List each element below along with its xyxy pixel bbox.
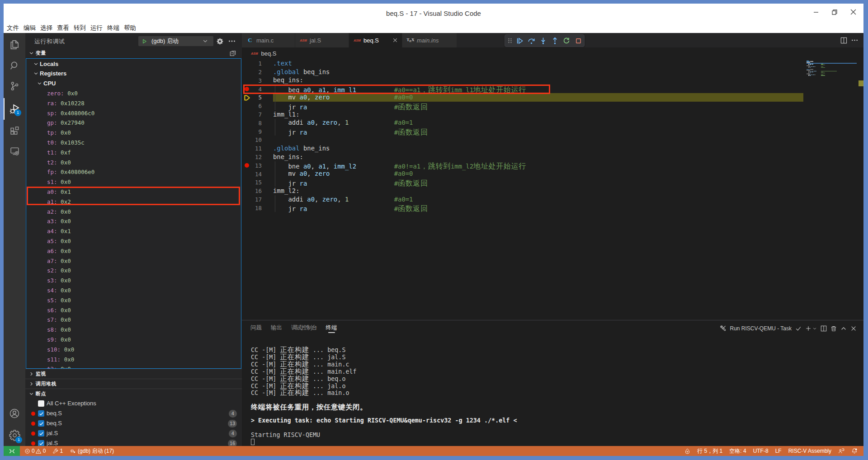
breakpoint-checkbox[interactable] <box>38 400 44 407</box>
debug-start-icon[interactable] <box>142 38 147 44</box>
register-row-s3[interactable]: s3: 0x0 <box>26 276 241 286</box>
indentation[interactable]: 空格: 4 <box>729 447 746 455</box>
register-row-s7[interactable]: s7: 0x0 <box>26 315 241 325</box>
panel-tab-终端[interactable]: 终端 <box>326 323 337 332</box>
register-row-s2[interactable]: s2: 0x0 <box>26 266 241 276</box>
debug-config-dropdown[interactable]: (gdb) 启动 <box>138 36 213 46</box>
debug-stop-button[interactable] <box>572 35 584 46</box>
register-row-s10[interactable]: s10: 0x0 <box>26 344 241 354</box>
call-stack-section-header[interactable]: 调用堆栈 <box>25 379 242 389</box>
eol[interactable]: LF <box>775 448 782 454</box>
maximize-panel-icon[interactable] <box>840 325 847 332</box>
register-row-zero[interactable]: zero: 0x0 <box>26 88 241 98</box>
cursor-position[interactable]: 行 5，列 1 <box>697 447 722 455</box>
variables-section-header[interactable]: 变量 <box>25 47 242 58</box>
task-label[interactable]: Run RISCV-QEMU - Task <box>730 325 792 332</box>
menu-item-1[interactable]: 编辑 <box>22 22 38 34</box>
breakpoint-dot-icon[interactable] <box>245 163 249 168</box>
debug-restart-button[interactable] <box>561 35 572 46</box>
breakpoint-row-0[interactable]: All C++ Exceptions <box>25 399 242 408</box>
collapse-all-icon[interactable] <box>230 50 236 56</box>
register-row-t3[interactable]: t3: 0x0 <box>26 364 241 369</box>
close-window-button[interactable] <box>843 4 863 20</box>
activity-bar-item-source-control[interactable] <box>4 75 25 97</box>
watch-section-header[interactable]: 监视 <box>25 369 242 379</box>
restore-button[interactable] <box>824 4 845 20</box>
panel-tab-输出[interactable]: 输出 <box>271 323 282 332</box>
activity-bar-item-search[interactable] <box>4 55 25 77</box>
close-panel-icon[interactable] <box>850 325 857 332</box>
code-editor[interactable]: 1.text2.global beq_ins3beq_ins:4 beq a0,… <box>242 59 863 320</box>
feedback-status[interactable] <box>838 448 844 454</box>
tab-main.c[interactable]: Cmain.c <box>242 33 295 47</box>
breakpoints-section-header[interactable]: 断点 <box>25 389 242 399</box>
breakpoint-row-4[interactable]: jal.S16 <box>25 438 242 446</box>
menu-item-5[interactable]: 运行 <box>89 22 104 34</box>
register-row-gp[interactable]: gp: 0x27940 <box>26 118 241 128</box>
activity-bar-item-extensions[interactable] <box>4 120 25 141</box>
register-row-a7[interactable]: a7: 0x0 <box>26 256 241 266</box>
close-tab-icon[interactable] <box>392 38 398 43</box>
register-row-a5[interactable]: a5: 0x0 <box>26 236 241 246</box>
panel-tab-调试控制台[interactable]: 调试控制台 <box>291 323 317 332</box>
register-row-sp[interactable]: sp: 0x408006c0 <box>26 108 241 118</box>
sidebar-more-actions-icon[interactable] <box>228 39 236 43</box>
register-row-tp[interactable]: tp: 0x0 <box>26 128 241 138</box>
minimap[interactable] <box>807 59 857 177</box>
activity-bar-item-explorer[interactable] <box>4 34 25 56</box>
tab-main.ins[interactable]: TEXmain.ins <box>402 33 457 47</box>
register-row-s11[interactable]: s11: 0x0 <box>26 354 241 364</box>
register-row-s8[interactable]: s8: 0x0 <box>26 325 241 335</box>
tab-jal.S[interactable]: ASMjal.S <box>295 33 349 47</box>
register-row-t1[interactable]: t1: 0xf <box>26 147 241 157</box>
debug-continue-button[interactable] <box>514 35 526 46</box>
wrench-status[interactable]: 1 <box>52 448 63 454</box>
breakpoint-row-2[interactable]: beq.S13 <box>25 418 242 428</box>
register-row-a2[interactable]: a2: 0x0 <box>26 207 241 216</box>
remote-indicator[interactable] <box>4 446 20 456</box>
panel-tab-问题[interactable]: 问题 <box>250 323 262 332</box>
language-mode[interactable]: RISC-V Assembly <box>788 448 831 454</box>
minimize-button[interactable] <box>806 4 826 20</box>
register-row-a6[interactable]: a6: 0x0 <box>26 246 241 256</box>
register-row-s1[interactable]: s1: 0x0 <box>26 177 241 187</box>
breakpoint-checkbox[interactable] <box>38 410 44 417</box>
group-cpu[interactable]: CPU <box>26 79 241 89</box>
activity-bar-item-run-and-debug[interactable]: 1 <box>4 98 25 120</box>
breadcrumb[interactable]: ASM beq.S <box>242 47 863 59</box>
debug-status[interactable]: (gdb) 启动 (17) <box>70 447 114 455</box>
register-row-a4[interactable]: a4: 0x1 <box>26 226 241 236</box>
tab-beq.S[interactable]: ASMbeq.S <box>349 33 402 47</box>
activity-bar-item-settings[interactable]: 1 <box>4 425 25 446</box>
activity-bar-item-accounts[interactable] <box>4 403 25 424</box>
encoding[interactable]: UTF-8 <box>753 448 769 454</box>
register-row-fp[interactable]: fp: 0x408006e0 <box>26 167 241 177</box>
debug-step-over-button[interactable] <box>526 35 538 46</box>
register-row-s6[interactable]: s6: 0x0 <box>26 305 241 315</box>
menu-item-2[interactable]: 选择 <box>39 22 54 34</box>
editor-more-actions-icon[interactable] <box>851 38 858 42</box>
notifications-status[interactable] <box>851 448 858 454</box>
breakpoint-row-1[interactable]: beq.S4 <box>25 408 242 418</box>
debug-step-into-button[interactable] <box>538 35 549 46</box>
breakpoint-row-3[interactable]: jal.S4 <box>25 428 242 438</box>
debug-step-out-button[interactable] <box>549 35 561 46</box>
register-row-s4[interactable]: s4: 0x0 <box>26 285 241 295</box>
scope-locals[interactable]: Locals <box>26 59 241 69</box>
register-row-t2[interactable]: t2: 0x0 <box>26 157 241 167</box>
menu-item-7[interactable]: 帮助 <box>123 22 138 34</box>
register-row-ra[interactable]: ra: 0x10228 <box>26 98 241 108</box>
flame-status[interactable] <box>684 448 690 454</box>
menu-item-4[interactable]: 转到 <box>72 22 88 34</box>
activity-bar-item-remote-explorer[interactable] <box>4 140 25 162</box>
split-editor-icon[interactable] <box>840 37 847 44</box>
scope-registers[interactable]: Registers <box>26 69 241 79</box>
split-terminal-icon[interactable] <box>821 325 827 332</box>
register-row-a3[interactable]: a3: 0x0 <box>26 216 241 226</box>
new-terminal-button[interactable] <box>805 325 817 332</box>
problems-status[interactable]: 0 0 <box>24 448 46 454</box>
debug-settings-gear-icon[interactable] <box>217 38 223 45</box>
breakpoint-checkbox[interactable] <box>38 420 44 427</box>
check-icon[interactable] <box>795 325 802 332</box>
breakpoint-checkbox[interactable] <box>38 440 44 446</box>
